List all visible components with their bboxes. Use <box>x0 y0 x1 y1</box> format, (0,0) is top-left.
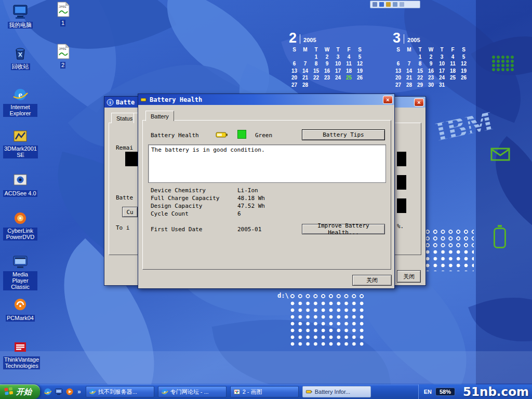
close-button[interactable]: × <box>414 98 424 107</box>
start-button[interactable]: 开始 <box>0 384 40 399</box>
battery-tips-button[interactable]: Battery Tips <box>302 129 385 140</box>
calendar-date <box>393 54 404 61</box>
dialog-close-button[interactable]: 关闭 <box>352 275 392 286</box>
calendar-date: 6 <box>393 60 404 68</box>
calendar-date: 2 <box>322 54 332 61</box>
calendar-date <box>322 82 332 89</box>
calendar-date: 14 <box>300 68 311 75</box>
desktop-icon-label: PCMark04 <box>6 315 35 322</box>
mpc-icon <box>12 254 29 270</box>
powerdvd-icon <box>12 210 29 227</box>
keypad-grid-icon <box>491 55 514 71</box>
condition-text: The battery is in good condition. <box>149 145 385 155</box>
task-label: 2 - 画图 <box>243 388 262 396</box>
first-used-label: First Used Date <box>151 226 202 233</box>
field-row: Cycle Count6 <box>151 210 384 218</box>
acdsee-icon <box>12 171 29 188</box>
battery-label-fragment: Batte <box>116 194 133 201</box>
calendar-day-header: T <box>332 46 343 54</box>
toolbar-keyboard-icon[interactable] <box>400 2 404 7</box>
gauge-segment <box>397 152 406 166</box>
tab-battery[interactable]: Battery <box>145 111 174 121</box>
calendar-day-header: W <box>322 46 332 54</box>
calendar-date <box>289 54 300 61</box>
desktop-icon-internet-explorer[interactable]: eInternet Explorer <box>3 86 37 117</box>
quick-launch-overflow-chevron[interactable]: » <box>76 388 82 395</box>
desktop-icon-label: 3DMark2001 SE <box>3 145 38 158</box>
gauge-segment <box>397 175 406 190</box>
desktop-icon-acdsee[interactable]: ACDSee 4.0 <box>3 171 37 197</box>
calendar-day-header: S <box>458 46 469 54</box>
calendar-date <box>458 82 469 89</box>
toolbar-monitor-icon[interactable] <box>393 2 397 7</box>
taskbar-task-4[interactable]: Battery Infor... <box>302 386 371 397</box>
calendar-date: 8 <box>311 60 322 68</box>
calendar-date: 13 <box>393 68 404 75</box>
calendar-date: 19 <box>458 68 469 75</box>
battery-health-titlebar[interactable]: Battery Health × <box>138 94 394 105</box>
calendar-month: 3 <box>393 31 401 45</box>
calendar-date: 31 <box>436 82 447 89</box>
calendar-date: 28 <box>404 82 415 89</box>
calendar-date: 2 <box>425 54 436 61</box>
desktop-icon-pcmark04[interactable]: PCMark04 <box>3 296 37 322</box>
calendar-3-2005: 32005SMTWTFS1234567891011121314151617181… <box>393 29 469 88</box>
desktop-icon-3dmark2001[interactable]: 3DMark2001 SE <box>3 128 37 159</box>
watermark: 51nb.com <box>463 385 529 398</box>
task-label: 专门网论坛 - ... <box>170 388 209 396</box>
improve-battery-health-button[interactable]: Improve Battery Health... <box>302 224 385 234</box>
paint-icon <box>233 388 241 395</box>
desktop-icon-jpeg-1[interactable]: JPEG1 <box>46 1 80 27</box>
desktop-icon-my-computer[interactable]: 我的电脑 <box>3 3 37 29</box>
toolbar-pen-icon[interactable] <box>386 2 391 7</box>
calendar-date: 11 <box>447 60 458 68</box>
desktop-icon-label: ThinkVantage Technologies <box>3 356 40 369</box>
toolbar-plug-icon[interactable] <box>373 2 377 7</box>
show-desktop-icon[interactable] <box>55 388 63 396</box>
calendar-date: 1 <box>415 54 425 61</box>
svg-text:JPEG: JPEG <box>59 5 66 8</box>
internet-explorer-icon[interactable]: e <box>44 388 52 396</box>
calendar-grid: SMTWTFS123456789101112131415161718192021… <box>393 46 469 88</box>
field-label: Design Capacity <box>151 203 237 210</box>
calendar-date: 7 <box>404 60 415 68</box>
desktop-icon-thinkvantage[interactable]: ThinkVantage Technologies <box>3 339 37 370</box>
field-row: Device ChemistryLi-Ion <box>151 187 384 195</box>
field-value: Li-Ion <box>237 187 258 195</box>
calendar-date: 17 <box>332 68 343 75</box>
desktop-icon-label: CyberLink PowerDVD <box>3 228 37 241</box>
floating-toolbar[interactable] <box>370 1 420 8</box>
battery-meter[interactable]: 58% <box>435 388 455 396</box>
my-computer-icon <box>12 3 29 20</box>
calendar-year: 2005 <box>303 37 316 45</box>
calendar-date: 21 <box>300 74 311 82</box>
close-button[interactable]: × <box>383 96 393 104</box>
calendar-divider <box>404 34 404 44</box>
calendar-date: 23 <box>322 74 332 82</box>
calendar-day-header: S <box>354 46 365 54</box>
calendar-date: 13 <box>289 68 300 75</box>
calendar-date: 27 <box>393 82 404 89</box>
calendar-day-header: S <box>393 46 404 54</box>
desktop-icon-powerdvd[interactable]: CyberLink PowerDVD <box>3 210 37 241</box>
desktop-icon-mpc[interactable]: Media Player Classic <box>3 254 37 291</box>
taskbar-task-1[interactable]: e找不到服务器... <box>86 386 154 397</box>
field-value: 47.52 Wh <box>237 203 265 210</box>
calendar-day-header: M <box>404 46 415 54</box>
calendar-date: 4 <box>343 54 354 61</box>
current-button-fragment[interactable]: Cu <box>122 207 138 217</box>
calendar-date: 16 <box>322 68 332 75</box>
taskbar-task-3[interactable]: 2 - 画图 <box>230 386 299 397</box>
desktop-icon-recycle-bin[interactable]: 回收站 <box>3 45 37 71</box>
calendar-month: 2 <box>289 31 297 45</box>
calendar-date: 26 <box>354 74 365 82</box>
desktop-icon-jpeg-2[interactable]: JPEG2 <box>46 43 80 69</box>
language-indicator[interactable]: EN <box>424 389 432 395</box>
charge-gauge-segment <box>125 152 138 166</box>
bg-close-button[interactable]: 关闭 <box>397 270 421 283</box>
calendar-day-header: F <box>343 46 354 54</box>
percent-fragment: %. <box>397 223 404 230</box>
toolbar-speaker-icon[interactable] <box>379 2 384 7</box>
media-player-icon[interactable] <box>65 388 74 396</box>
taskbar-task-2[interactable]: e专门网论坛 - ... <box>158 386 227 397</box>
